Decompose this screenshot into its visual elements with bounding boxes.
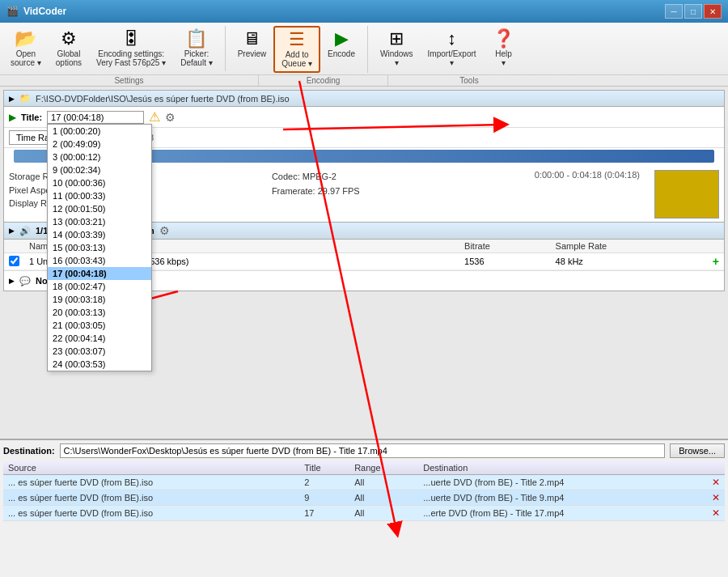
settings-section-label: Settings [0,75,259,86]
queue-source-cell: ... es súper fuerte DVD (from BE).iso [3,490,299,506]
import-export-label: Import/Export▾ [428,49,476,67]
audio-checkbox-header [4,240,24,253]
dropdown-item-24[interactable]: 24 (00:03:53) [48,358,151,371]
dropdown-item-20[interactable]: 20 (00:03:13) [48,306,151,319]
dropdown-item-17[interactable]: 17 (00:04:18) [48,267,151,280]
bottom-panel: Destination: Browse... Source Title Rang… [0,439,728,577]
codec-label: Codec: MPEG-2 [272,170,527,185]
preview-icon: 🖥 [243,30,260,48]
queue-title-cell: 17 [299,506,349,521]
import-export-button[interactable]: ↕ Import/Export▾ [421,26,484,71]
play-icon: ▶ [9,112,16,123]
dropdown-item-13[interactable]: 13 (00:03:21) [48,215,151,228]
codec-info: Codec: MPEG-2 Framerate: 29.97 FPS [272,170,527,218]
queue-table-row: ... es súper fuerte DVD (from BE).iso 9 … [3,490,725,506]
app-icon: 🎬 [6,6,19,17]
dropdown-item-3[interactable]: 3 (00:00:12) [48,151,151,163]
audio-track-samplerate: 48 kHz [551,253,708,270]
tools-group: ⊞ Windows▾ ↕ Import/Export▾ ❓ Help▾ [373,26,529,71]
title-dropdown-select[interactable]: 1 (00:00:20) 2 (00:49:09) 3 (00:00:12) 9… [47,111,144,124]
dropdown-item-15[interactable]: 15 (00:03:13) [48,241,151,254]
audio-add-button[interactable]: + [708,253,724,270]
queue-table-row: ... es súper fuerte DVD (from BE).iso 17… [3,506,725,521]
dropdown-item-12[interactable]: 12 (00:01:50) [48,202,151,215]
open-source-label: Opensource ▾ [11,49,41,67]
queue-range-cell: All [349,490,418,506]
queue-delete-button[interactable]: ✕ [712,492,720,503]
queue-delete-button[interactable]: ✕ [712,507,720,519]
dropdown-item-18[interactable]: 18 (00:02:47) [48,280,151,293]
open-source-button[interactable]: 📂 Opensource ▾ [3,26,49,71]
triangle-icon: ▶ [9,95,15,103]
picker-label: Picker:Default ▾ [180,49,212,67]
title-bar-controls: ─ □ ✕ [665,4,722,19]
toolbar-buttons: 📂 Opensource ▾ ⚙ Globaloptions 🎛 Encodin… [0,26,728,73]
windows-icon: ⊞ [389,30,404,48]
dropdown-item-16[interactable]: 16 (00:03:43) [48,254,151,267]
queue-range-cell: All [349,506,418,521]
queue-destination-cell: ...uerte DVD (from BE) - Title 9.mp4 [418,490,707,506]
audio-collapse-icon: ▶ [9,227,15,235]
maximize-button[interactable]: □ [684,4,702,19]
global-options-button[interactable]: ⚙ Globaloptions [49,26,89,71]
add-to-queue-button[interactable]: ☰ Add toQueue ▾ [273,26,320,73]
windows-button[interactable]: ⊞ Windows▾ [373,26,421,71]
subtitle-expand-icon: ▶ [9,277,15,285]
subtitle-icon: 💬 [19,276,31,286]
close-button[interactable]: ✕ [704,4,722,19]
queue-source-cell: ... es súper fuerte DVD (from BE).iso [3,475,299,490]
title-label: Title: [21,112,42,122]
global-options-icon: ⚙ [61,30,77,48]
encoding-section-label: Encoding [259,75,388,86]
queue-destination-cell: ...erte DVD (from BE) - Title 17.mp4 [418,506,707,521]
source-header: ▶ 📁 F:\ISO-DVDFolder\ISO\Jesús es súper … [4,91,724,107]
source-path: F:\ISO-DVDFolder\ISO\Jesús es súper fuer… [36,94,719,104]
minimize-button[interactable]: ─ [665,4,683,19]
thumbnail [654,170,719,218]
destination-row: Destination: Browse... [3,443,725,458]
queue-source-header: Source [3,461,299,475]
queue-table-row: ... es súper fuerte DVD (from BE).iso 2 … [3,475,725,490]
global-options-label: Globaloptions [56,49,82,67]
title-select-container: 1 (00:00:20) 2 (00:49:09) 3 (00:00:12) 9… [47,111,144,124]
audio-track-bitrate: 1536 [459,253,551,270]
app-title: VidCoder [23,6,66,17]
help-button[interactable]: ❓ Help▾ [484,26,524,71]
range-display: 0:00:00 - 0:04:18 (0:04:18) [535,170,640,218]
dropdown-item-10[interactable]: 10 (00:00:36) [48,176,151,189]
preview-label: Preview [238,49,267,58]
title-bar: 🎬 VidCoder ─ □ ✕ [0,0,728,23]
preview-button[interactable]: 🖥 Preview [231,26,274,62]
queue-range-cell: All [349,475,418,490]
picker-button[interactable]: 📋 Picker:Default ▾ [173,26,219,71]
browse-button[interactable]: Browse... [670,443,725,458]
queue-destination-cell: ...uerte DVD (from BE) - Title 2.mp4 [418,475,707,490]
add-to-queue-label: Add toQueue ▾ [281,50,312,68]
framerate-label: Framerate: 29.97 FPS [272,185,527,199]
encode-label: Encode [328,49,355,58]
destination-path-input[interactable] [60,443,666,458]
settings-icon[interactable]: ⚙ [165,111,176,124]
dropdown-item-19[interactable]: 19 (00:03:18) [48,293,151,306]
audio-track-checkbox[interactable] [9,256,19,266]
dropdown-item-9[interactable]: 9 (00:02:34) [48,163,151,176]
dropdown-item-22[interactable]: 22 (00:04:14) [48,332,151,345]
warning-icon[interactable]: ⚠ [149,109,160,125]
dropdown-item-11[interactable]: 11 (00:00:33) [48,189,151,202]
audio-settings-icon[interactable]: ⚙ [159,224,170,237]
dropdown-item-2[interactable]: 2 (00:49:09) [48,138,151,151]
dropdown-item-14[interactable]: 14 (00:03:39) [48,228,151,241]
dropdown-item-23[interactable]: 23 (00:03:07) [48,345,151,358]
dropdown-item-21[interactable]: 21 (00:03:05) [48,319,151,332]
audio-add-header [708,240,724,253]
queue-title-cell: 2 [299,475,349,490]
encoding-settings-button[interactable]: 🎛 Encoding settings:Very Fast 576p25 ▾ [89,26,173,71]
queue-title-header: Title [299,461,349,475]
tools-section-label: Tools [388,75,550,86]
encode-button[interactable]: ▶ Encode [320,26,362,62]
queue-delete-button[interactable]: ✕ [712,477,720,488]
open-source-icon: 📂 [15,30,36,48]
dropdown-item-1[interactable]: 1 (00:00:20) [48,125,151,138]
add-to-queue-icon: ☰ [289,31,305,49]
help-label: Help▾ [495,49,512,67]
